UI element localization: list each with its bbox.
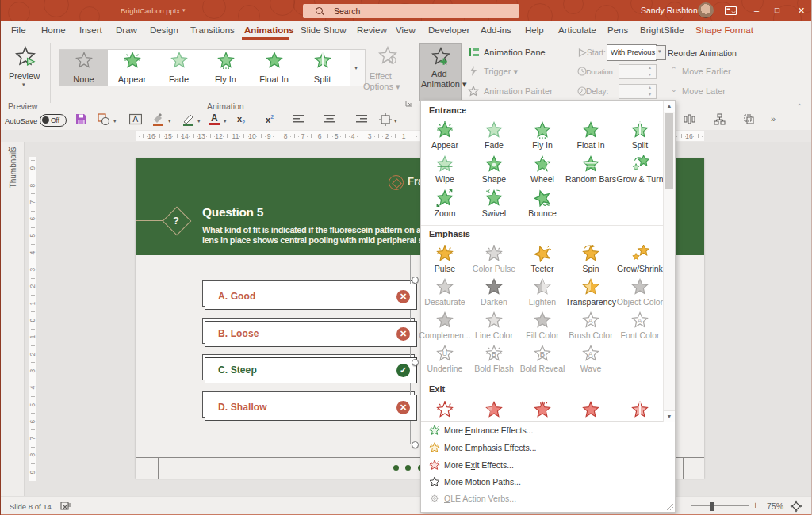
svg-text:A: A	[638, 317, 642, 325]
svg-text:A: A	[588, 317, 593, 325]
svg-text:B: B	[492, 350, 496, 358]
svg-text:U: U	[442, 349, 447, 357]
svg-text:A: A	[588, 350, 593, 358]
svg-text:B: B	[540, 350, 545, 358]
svg-text:A: A	[133, 115, 139, 124]
